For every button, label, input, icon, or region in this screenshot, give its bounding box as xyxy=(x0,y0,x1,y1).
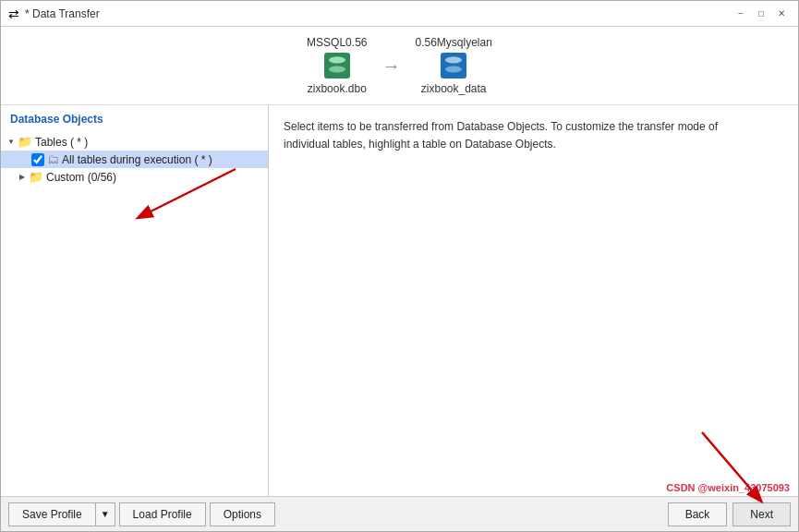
source-db: zixbook.dbo xyxy=(308,82,367,95)
toolbar-right: Back Next xyxy=(668,502,791,526)
svg-point-7 xyxy=(445,57,462,64)
left-panel: Database Objects ▼ 📁 Tables ( * ) 🗂 All … xyxy=(1,105,269,496)
maximize-button[interactable]: □ xyxy=(752,6,770,22)
title-bar: ⇄ * Data Transfer − □ ✕ xyxy=(1,1,798,27)
next-button[interactable]: Next xyxy=(732,502,791,526)
tables-label: Tables ( * ) xyxy=(35,136,88,149)
folder-icon-all-tables: 🗂 xyxy=(47,152,59,166)
back-button[interactable]: Back xyxy=(668,502,728,526)
transfer-arrow: → xyxy=(381,55,400,77)
folder-icon-tables: 📁 xyxy=(18,135,32,149)
save-profile-button[interactable]: Save Profile xyxy=(8,502,96,526)
tree-item-custom[interactable]: ▶ 📁 Custom (0/56) xyxy=(1,168,268,186)
checkbox-all-tables[interactable] xyxy=(31,153,44,166)
target-db-icon xyxy=(441,53,466,79)
window-title: * Data Transfer xyxy=(25,7,100,20)
save-profile-dropdown[interactable]: ▼ xyxy=(96,502,115,526)
bottom-toolbar: Save Profile ▼ Load Profile Options Back… xyxy=(1,496,798,531)
info-text: Select items to be transferred from Data… xyxy=(284,118,764,153)
options-button[interactable]: Options xyxy=(210,502,275,526)
toggle-custom[interactable]: ▶ xyxy=(16,173,29,181)
toggle-all-tables xyxy=(16,155,29,163)
svg-point-3 xyxy=(329,57,345,64)
load-profile-button[interactable]: Load Profile xyxy=(119,502,206,526)
right-panel: Select items to be transferred from Data… xyxy=(269,105,798,496)
source-db-icon xyxy=(324,53,350,79)
toolbar-left: Save Profile ▼ Load Profile Options xyxy=(8,502,275,526)
close-button[interactable]: ✕ xyxy=(772,6,791,22)
tree-item-all-tables[interactable]: 🗂 All tables during execution ( * ) xyxy=(1,151,268,168)
all-tables-label: All tables during execution ( * ) xyxy=(62,153,212,166)
window-controls: − □ ✕ xyxy=(732,6,791,22)
minimize-button[interactable]: − xyxy=(732,6,750,22)
source-connection: MSSQL0.56 zixbook.dbo xyxy=(307,36,367,95)
connection-header: MSSQL0.56 zixbook.dbo → 0.56Mysqlyelan xyxy=(1,27,798,105)
tree-item-tables[interactable]: ▼ 📁 Tables ( * ) xyxy=(1,133,268,151)
svg-point-2 xyxy=(329,66,345,73)
tree-container: ▼ 📁 Tables ( * ) 🗂 All tables during exe… xyxy=(1,129,268,496)
target-name: 0.56Mysqlyelan xyxy=(415,36,491,49)
target-db: zixbook_data xyxy=(421,82,487,95)
db-objects-title: Database Objects xyxy=(1,105,268,129)
app-icon: ⇄ xyxy=(8,6,19,21)
svg-point-6 xyxy=(445,66,462,73)
folder-icon-custom: 📁 xyxy=(29,170,43,184)
custom-label: Custom (0/56) xyxy=(46,171,116,184)
toggle-tables[interactable]: ▼ xyxy=(5,138,18,146)
source-name: MSSQL0.56 xyxy=(307,36,367,49)
target-connection: 0.56Mysqlyelan zixbook_data xyxy=(415,36,491,95)
main-content: Database Objects ▼ 📁 Tables ( * ) 🗂 All … xyxy=(1,105,798,496)
